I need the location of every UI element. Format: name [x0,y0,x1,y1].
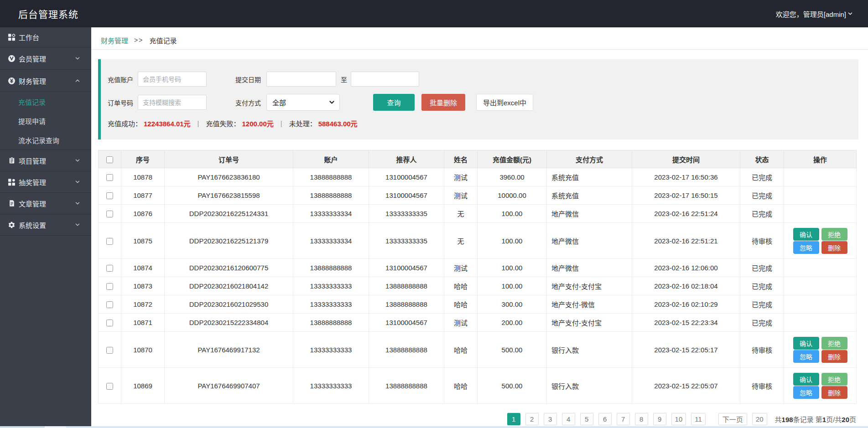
row-status: 待审核 [740,368,784,404]
table-row: 10875DDP20230216225121379133333333341333… [99,223,857,259]
sidebar-subitem-flow-records[interactable]: 流水记录查询 [0,130,91,150]
sidebar-subitem-recharge-records[interactable]: 充值记录 [0,92,91,111]
row-checkbox[interactable] [106,265,113,272]
row-account: 13888888888 [293,259,369,277]
row-checkbox[interactable] [106,283,113,290]
table-header-row: 序号订单号账户推荐人姓名充值金额(元)支付方式提交时间状态操作 [99,150,857,168]
confirm-button[interactable]: 确认 [793,337,819,350]
page-button-5[interactable]: 5 [580,413,593,425]
row-pay-method: 地产支付-支付宝 [547,314,632,332]
row-checkbox[interactable] [106,320,113,326]
row-status: 已完成 [740,259,784,277]
filter-panel: 充值账户 提交日期 至 订单号码 支付方式 全部 查询 批量删除 导出到exce… [98,59,858,139]
ignore-button[interactable]: 忽略 [793,386,819,399]
row-seq: 10878 [121,168,165,186]
page-button-10[interactable]: 10 [671,413,686,425]
row-submit-time: 2023-02-17 16:50:36 [632,168,740,186]
page-button-9[interactable]: 9 [653,413,666,425]
page-button-7[interactable]: 7 [617,413,630,425]
sidebar-item-finance[interactable]: 财务管理 [0,70,91,92]
article-icon [8,200,16,207]
table-header-cell: 提交时间 [632,150,740,168]
row-amount: 500.00 [478,368,547,404]
search-button[interactable]: 查询 [373,94,415,111]
row-pay-method: 银行入款 [547,368,632,404]
last-page-button[interactable]: 20 [752,413,767,425]
row-checkbox[interactable] [106,211,113,217]
row-status: 已完成 [740,314,784,332]
scrollbar-thumb[interactable] [45,426,66,428]
row-actions-cell [784,295,857,314]
date-to-input[interactable] [351,72,419,87]
order-number-input[interactable] [138,95,207,110]
filter-row-2: 订单号码 支付方式 全部 查询 批量删除 导出到excel中 [108,94,533,111]
row-submit-time: 2023-02-16 22:51:21 [632,223,740,259]
confirm-button[interactable]: 确认 [793,228,819,241]
table-header-cell: 操作 [784,150,857,168]
export-excel-button[interactable]: 导出到excel中 [476,94,533,111]
app-title: 后台管理系统 [18,7,78,21]
row-checkbox[interactable] [106,383,113,390]
next-page-button[interactable]: 下一页 [718,413,747,425]
recharge-account-input[interactable] [138,72,207,87]
sidebar-item-lottery[interactable]: 抽奖管理 [0,171,91,193]
ignore-button[interactable]: 忽略 [793,241,819,254]
row-checkbox[interactable] [106,238,113,245]
sidebar-item-settings[interactable]: 系统设置 [0,214,91,236]
user-menu[interactable]: 欢迎您，管理员[admin] [776,0,853,27]
confirm-button[interactable]: 确认 [793,373,819,386]
row-order-no: PAY1676469917132 [165,332,293,368]
chevron-down-icon [75,158,80,163]
sidebar-subitem-withdraw-requests[interactable]: 提现申请 [0,111,91,130]
horizontal-scrollbar[interactable] [0,426,868,428]
row-account: 13333333334 [293,205,369,223]
delete-button[interactable]: 删除 [821,241,847,254]
row-checkbox-cell [99,186,121,205]
page-button-3[interactable]: 3 [544,413,557,425]
row-checkbox[interactable] [106,192,113,199]
sidebar-item-label: 会员管理 [19,54,46,63]
sidebar-item-workbench[interactable]: 工作台 [0,27,91,47]
delete-button[interactable]: 删除 [821,386,847,399]
row-amount: 3960.00 [478,168,547,186]
reject-button[interactable]: 拒绝 [821,337,847,350]
sidebar-item-project[interactable]: 项目管理 [0,150,91,171]
page-button-1[interactable]: 1 [507,413,520,425]
batch-delete-button[interactable]: 批量删除 [421,94,465,111]
sidebar-item-article[interactable]: 文章管理 [0,193,91,214]
row-checkbox[interactable] [106,174,113,181]
row-referrer: 13100004567 [369,186,444,205]
row-seq: 10877 [121,186,165,205]
page-button-6[interactable]: 6 [598,413,612,425]
row-amount: 500.00 [478,332,547,368]
page-button-8[interactable]: 8 [635,413,648,425]
date-from-input[interactable] [266,72,336,87]
delete-button[interactable]: 删除 [821,350,847,363]
table-row: 10878PAY16766238361801388888888813100004… [99,168,857,186]
records-table: 序号订单号账户推荐人姓名充值金额(元)支付方式提交时间状态操作 10878PAY… [98,150,857,404]
row-order-no: DDP20230216225121379 [165,223,293,259]
row-amount: 10000.00 [478,186,547,205]
breadcrumb-parent-link[interactable]: 财务管理 [101,36,128,45]
row-name: 无 [444,223,478,259]
lottery-icon [8,178,16,186]
page-button-2[interactable]: 2 [525,413,539,425]
row-name: 测试 [444,314,478,332]
date-to-label: 至 [341,75,347,84]
ignore-button[interactable]: 忽略 [793,350,819,363]
reject-button[interactable]: 拒绝 [821,373,847,386]
sidebar-item-member[interactable]: 会员管理 [0,47,91,70]
chevron-up-icon [75,78,80,83]
row-actions-cell [784,186,857,205]
row-account: 13333333333 [293,277,369,295]
page-button-11[interactable]: 11 [691,413,706,425]
row-order-no: DDP20230216021029530 [165,295,293,314]
row-checkbox[interactable] [106,301,113,308]
reject-button[interactable]: 拒绝 [821,228,847,241]
select-all-checkbox[interactable] [106,156,113,163]
order-number-label: 订单号码 [108,98,133,107]
row-referrer: 13888888888 [369,368,444,404]
chevron-down-icon [75,179,80,185]
row-checkbox[interactable] [106,347,113,354]
page-button-4[interactable]: 4 [562,413,575,425]
